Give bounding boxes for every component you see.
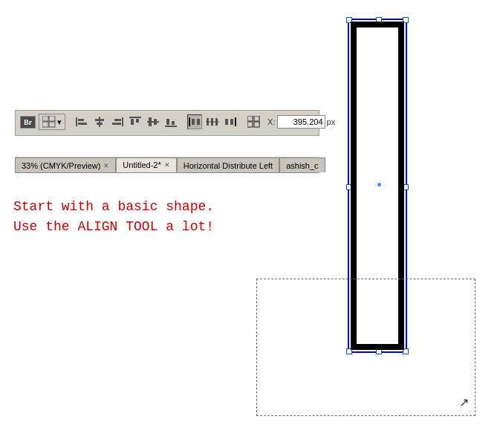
svg-rect-15	[136, 119, 139, 123]
distribute-h-right-icon	[224, 116, 237, 128]
svg-rect-10	[122, 117, 123, 126]
svg-rect-11	[114, 119, 121, 121]
distribute-h-right-button[interactable]	[223, 114, 238, 129]
align-center-v-button[interactable]	[146, 114, 160, 129]
svg-rect-28	[206, 121, 219, 123]
svg-rect-14	[131, 119, 134, 125]
svg-rect-12	[112, 123, 121, 125]
align-center-h-button[interactable]	[92, 114, 107, 129]
align-center-h-icon	[93, 116, 106, 128]
selection-rectangle[interactable]: ↗	[256, 279, 475, 416]
instruction-text: Start with a basic shape. Use the ALIGN …	[13, 197, 214, 237]
align-top-icon	[129, 116, 142, 128]
dropdown-arrow: ▾	[57, 117, 62, 127]
svg-rect-7	[99, 117, 100, 127]
svg-rect-13	[129, 117, 141, 118]
distribute-grid-icon	[247, 116, 261, 128]
distribute-h-center-button[interactable]	[205, 114, 220, 129]
svg-rect-17	[149, 117, 152, 126]
svg-rect-4	[76, 117, 77, 126]
x-unit: px	[327, 117, 336, 126]
svg-rect-22	[189, 117, 190, 126]
svg-rect-5	[78, 119, 84, 121]
svg-rect-23	[192, 119, 195, 125]
svg-rect-35	[254, 122, 259, 127]
x-input[interactable]	[277, 115, 325, 129]
tab-close-preview[interactable]: ✕	[103, 162, 109, 169]
tab-label: Untitled-2*	[123, 160, 160, 169]
svg-rect-3	[49, 122, 55, 127]
svg-rect-8	[95, 119, 104, 121]
workspace-button[interactable]: ▾	[39, 114, 65, 130]
tab-distribute[interactable]: Horizontal Distribute Left	[177, 158, 279, 172]
align-left-button[interactable]	[74, 114, 89, 129]
instruction-line1: Start with a basic shape.	[13, 197, 214, 217]
x-coordinate-field: X: px	[267, 115, 335, 129]
tab-label: Horizontal Distribute Left	[184, 161, 273, 170]
tab-preview[interactable]: 33% (CMYK/Preview) ✕	[15, 158, 116, 172]
svg-rect-6	[78, 123, 87, 125]
svg-rect-30	[225, 119, 228, 125]
align-top-button[interactable]	[128, 114, 143, 129]
bridge-button[interactable]: Br	[20, 116, 36, 129]
cursor-arrow: ↗	[459, 395, 469, 409]
svg-rect-19	[165, 126, 177, 127]
align-center-v-icon	[146, 116, 160, 128]
svg-rect-0	[42, 116, 48, 121]
distribute-h-left-button[interactable]	[187, 114, 202, 129]
distribute-h-center-icon	[206, 116, 219, 128]
tab-untitled[interactable]: Untitled-2* ✕	[116, 158, 176, 172]
svg-rect-2	[42, 122, 48, 127]
tab-label: 33% (CMYK/Preview)	[22, 161, 100, 170]
svg-rect-20	[166, 119, 169, 125]
align-bottom-icon	[164, 116, 178, 128]
distribute-grid-button[interactable]	[247, 114, 262, 129]
toolbar: Br ▾	[15, 110, 319, 136]
align-left-icon	[75, 116, 88, 128]
distribute-h-left-icon	[188, 116, 201, 128]
align-right-button[interactable]	[110, 114, 125, 129]
svg-rect-32	[247, 116, 253, 121]
svg-rect-31	[230, 119, 233, 125]
shape-center-dot	[377, 183, 381, 186]
svg-rect-24	[197, 119, 200, 125]
align-right-icon	[111, 116, 124, 128]
svg-rect-34	[247, 122, 253, 127]
tab-ashish[interactable]: ashish_c	[279, 158, 325, 172]
x-label: X:	[267, 117, 275, 126]
tab-close-untitled[interactable]: ✕	[164, 161, 170, 169]
svg-rect-29	[235, 117, 236, 126]
tabs-bar: 33% (CMYK/Preview) ✕ Untitled-2* ✕ Horiz…	[15, 157, 319, 173]
svg-rect-1	[49, 116, 55, 121]
instruction-line2: Use the ALIGN TOOL a lot!	[13, 217, 214, 237]
svg-rect-33	[254, 116, 259, 121]
grid-icon	[42, 116, 56, 128]
svg-rect-9	[97, 123, 103, 125]
svg-rect-21	[172, 121, 175, 125]
tab-label: ashish_c	[286, 161, 318, 170]
align-bottom-button[interactable]	[163, 114, 178, 129]
svg-rect-18	[154, 119, 157, 125]
